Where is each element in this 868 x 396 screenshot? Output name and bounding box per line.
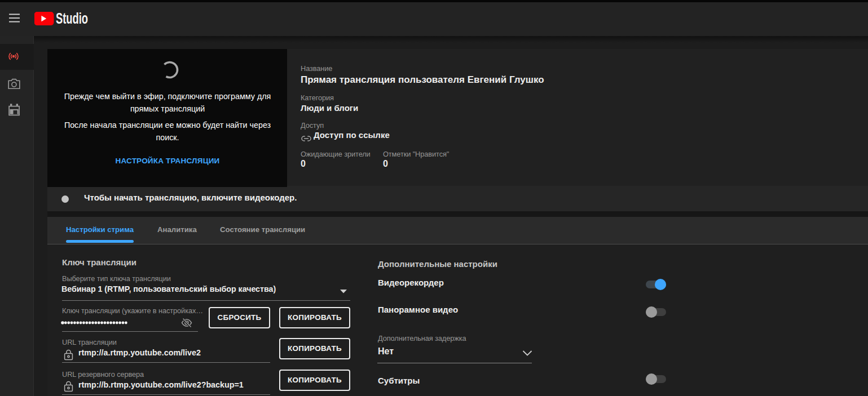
svg-text:Studio: Studio [56,12,88,25]
